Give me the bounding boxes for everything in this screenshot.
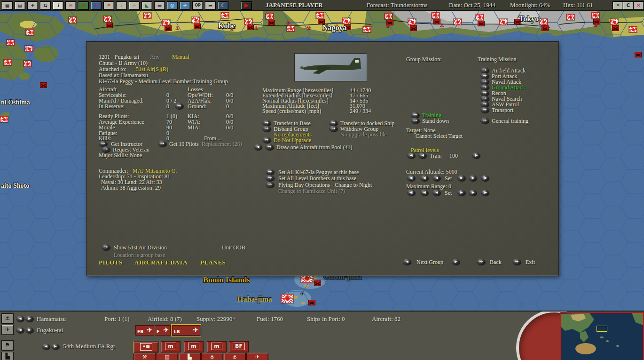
base-marker[interactable]	[454, 19, 462, 25]
exit-button[interactable]: Exit	[526, 259, 535, 265]
set-all-type-arrow[interactable]: →	[266, 169, 274, 175]
unit-marker[interactable]	[308, 300, 315, 305]
get-pilots-button[interactable]: Get 10 Pilots	[169, 141, 199, 147]
base-marker[interactable]	[287, 25, 295, 32]
base-marker[interactable]	[432, 12, 440, 18]
patrol-step-right-button[interactable]: |▶	[472, 152, 480, 159]
do-not-upgrade-toggle[interactable]: Do Not Upgrade	[274, 137, 311, 144]
base-marker[interactable]	[629, 26, 637, 32]
range-step-right-button[interactable]: |▶	[469, 190, 477, 196]
aircraft-icon[interactable]: ✈	[129, 1, 140, 10]
unit-marker[interactable]	[194, 24, 201, 29]
unit-type-artillery-button[interactable]: •≡	[134, 342, 158, 352]
prev-base-button[interactable]: ◀	[16, 316, 24, 322]
base-marker[interactable]	[103, 16, 111, 22]
aircraft-data-tab[interactable]: AIRCRAFT DATA	[134, 259, 188, 266]
aircraft-icon[interactable]: ✈	[1, 325, 14, 335]
patrol-left-button[interactable]: ◀	[418, 152, 426, 159]
back-arrow[interactable]: →	[477, 259, 485, 265]
end-turn-icon[interactable]: ▶	[241, 1, 252, 10]
base-marker[interactable]	[385, 13, 393, 19]
show-division-arrow[interactable]: →	[102, 244, 110, 250]
draw-aircraft-button[interactable]: Draw one Aircraft from Pool (41)	[276, 144, 353, 151]
unit-marker[interactable]	[612, 25, 619, 31]
altitude-step-left-button[interactable]: ◀|	[420, 175, 428, 181]
unit-marker[interactable]	[314, 280, 321, 286]
unit-marker[interactable]	[478, 21, 485, 26]
task-force-icon[interactable]: ⚓	[116, 1, 127, 10]
range-set-button[interactable]: Set	[445, 190, 452, 196]
facility-support-button[interactable]: ▤	[156, 353, 178, 360]
group-size[interactable]: Any	[150, 54, 160, 60]
withdraw-arrow[interactable]: →	[329, 126, 338, 132]
save-icon[interactable]: ▦	[2, 1, 13, 10]
air-ops-icon[interactable]: ✈	[27, 1, 38, 10]
base-marker[interactable]	[476, 14, 484, 20]
base-marker[interactable]	[24, 61, 31, 67]
industry-icon[interactable]: ☰	[205, 1, 216, 10]
unit-type-button[interactable]: m	[161, 341, 181, 352]
flag-toggle-icon[interactable]: ⚑	[613, 1, 623, 10]
base-marker[interactable]	[0, 116, 8, 122]
weather-moon-icon[interactable]: ☾	[218, 1, 228, 10]
replacement-mode-button[interactable]: Manual	[172, 54, 189, 60]
disband-arrow[interactable]: →	[262, 126, 271, 132]
draw-aircraft-left-button[interactable]: ◀|	[254, 144, 262, 150]
next-group-button[interactable]: ▶	[452, 259, 460, 265]
range-jump-right-button[interactable]: ||▶	[481, 190, 489, 196]
replenish-icon[interactable]: ⇆	[40, 1, 51, 10]
next-group-small-button[interactable]: ▶	[25, 327, 33, 333]
prev-group-small-button[interactable]: ◀	[16, 327, 24, 333]
retreat-icon[interactable]: ◣	[141, 1, 152, 10]
air-group-sea-icon[interactable]: ✈	[91, 1, 102, 10]
base-marker[interactable]	[221, 12, 229, 18]
mission-option-transport[interactable]: Transport	[492, 107, 513, 113]
general-training-arrow[interactable]: →	[480, 118, 489, 124]
pilots-tab[interactable]: PILOTS	[99, 259, 123, 266]
filter-level-bomber-button[interactable]: LB ✈	[172, 325, 200, 336]
do-not-upgrade-arrow[interactable]: →	[262, 137, 271, 143]
base-marker[interactable]	[25, 46, 33, 52]
mission-general-training[interactable]: General training	[492, 118, 528, 124]
base-name-link[interactable]: Hamamatsu	[37, 315, 66, 322]
operations-icon[interactable]: OP	[192, 1, 203, 10]
facility-port-button[interactable]: ⚓	[224, 353, 246, 360]
group-name-link[interactable]: Fugaku-tai	[37, 327, 63, 334]
dock-icon[interactable]: ▬	[154, 1, 165, 10]
set-all-bombers-arrow[interactable]: →	[266, 175, 274, 181]
mission-arrow-transport[interactable]: →	[480, 107, 489, 113]
unit-type-button[interactable]: m	[184, 341, 204, 352]
facility-repair-button[interactable]: ⚒	[134, 353, 156, 360]
base-marker[interactable]	[566, 14, 574, 20]
objectives-flag-icon[interactable]: ⚑	[103, 1, 114, 10]
altitude-jump-right-button[interactable]: ||▶	[481, 175, 489, 181]
set-all-bombers-button[interactable]: Set All Level Bombers at this base	[278, 176, 356, 182]
unit-marker[interactable]	[106, 23, 113, 28]
range-step-left-button[interactable]: ◀|	[420, 190, 428, 196]
altitude-left-button[interactable]: ◀	[432, 175, 440, 181]
unit-marker[interactable]	[40, 82, 47, 88]
base-marker[interactable]	[143, 13, 151, 19]
close-icon[interactable]: ✕	[633, 1, 644, 10]
reports-icon[interactable]: ▤	[15, 1, 25, 10]
info-icon[interactable]: i	[53, 1, 63, 10]
altitude-set-button[interactable]: Set	[445, 176, 452, 182]
filter-fighter-bomber-button[interactable]: FB ✈	[135, 325, 154, 336]
draw-aircraft-arrow[interactable]: →	[265, 144, 274, 150]
stand-down-arrow[interactable]: →	[411, 118, 419, 124]
base-marker[interactable]	[316, 12, 324, 18]
altitude-jump-left-button[interactable]: ◀||	[407, 175, 415, 181]
exit-arrow[interactable]: →	[512, 259, 521, 265]
unit-type-button[interactable]: m	[207, 341, 227, 352]
unit-oob-button[interactable]: Unit OOB	[222, 245, 245, 251]
base-marker[interactable]	[363, 26, 371, 32]
show-division-button[interactable]: Show 51st Air Division	[114, 245, 167, 251]
mission-stand-down[interactable]: Stand down	[422, 118, 449, 124]
facility-air-button[interactable]: ✈	[246, 353, 268, 360]
planes-tab[interactable]: PLANES	[200, 259, 226, 266]
unit-marker[interactable]	[635, 52, 642, 57]
altitude-step-right-button[interactable]: |▶	[469, 175, 477, 181]
flag-icon[interactable]: ⚑	[1, 340, 14, 351]
base-marker[interactable]	[69, 17, 77, 23]
air-group-land-icon[interactable]: ✈	[78, 1, 89, 10]
